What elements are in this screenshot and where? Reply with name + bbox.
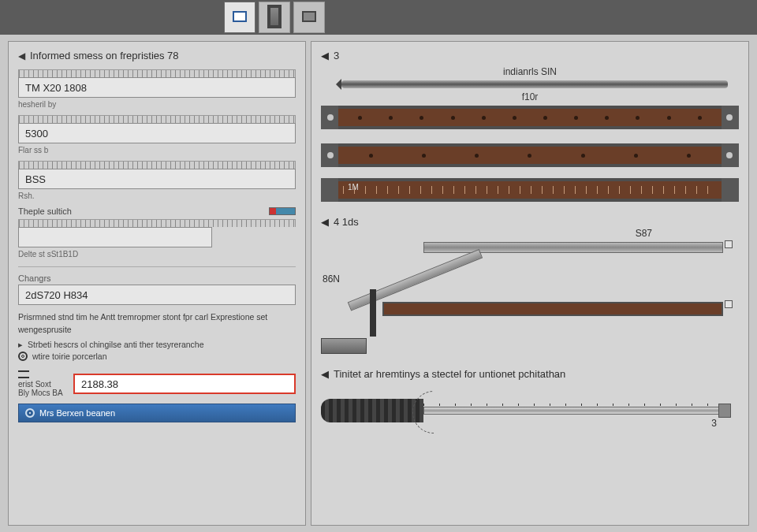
section-3-label: 4 1ds (334, 216, 359, 228)
field-group-2: Flar ss b (18, 115, 296, 154)
end-marker[interactable] (725, 300, 733, 308)
probe-view: 3 (321, 380, 739, 435)
input-5300[interactable] (18, 123, 296, 143)
sort-label-2: Bly Mocs BA (18, 389, 69, 397)
sort-icon[interactable] (18, 370, 29, 378)
dimension-view: S87 86N (321, 228, 739, 354)
end-marker[interactable] (725, 240, 733, 248)
preview-section-2: 1M (321, 143, 739, 202)
divider (18, 266, 296, 267)
tick-strip (18, 69, 296, 77)
toggle-label: Mrs Berxen beanen (39, 408, 115, 418)
base-block (321, 338, 367, 354)
preview-section-4: ◀ Tinitet ar hremtinys a stectel for unt… (321, 368, 739, 435)
probe-scale (423, 404, 720, 406)
changes-label: Changrs (18, 273, 296, 283)
vertical-handle[interactable] (370, 289, 376, 337)
collapse-icon[interactable]: ◀ (321, 50, 329, 61)
ruler-small[interactable] (382, 302, 723, 316)
panel-title: Informed smess on frepristies 78 (30, 50, 179, 61)
preview-section-1: ◀ 3 indianrls SIN f10r (321, 50, 739, 129)
note-1: Prisrmned stnd tim he Antt tremropmer st… (18, 311, 296, 322)
field4-label: Theple sultich (18, 206, 72, 216)
input-bss[interactable] (18, 169, 296, 189)
bullet-row-2: wtire toirie porcerlan (18, 352, 296, 361)
scale-label: f10r (321, 91, 739, 102)
sublabel-4: Delte st sSt1B1D (18, 250, 296, 259)
sort-label-1: erist Soxt (18, 380, 69, 389)
field-group-5 (18, 285, 296, 305)
collapse-icon[interactable]: ◀ (321, 216, 329, 228)
preview-section-3: ◀ 4 1ds S87 86N (321, 216, 739, 354)
dim-top: S87 (636, 228, 652, 239)
top-toolbar (0, 0, 757, 35)
ruler-3[interactable]: 1M (321, 178, 739, 202)
tick-strip (18, 161, 296, 169)
section-1-number: 3 (334, 50, 339, 61)
collapse-icon[interactable]: ◀ (18, 50, 25, 61)
field-group-1: hesheril by (18, 69, 296, 109)
window-icon (233, 11, 247, 22)
note-1b: wengesprusite (18, 324, 296, 335)
radio-icon (25, 408, 35, 418)
tick-strip (18, 115, 296, 123)
panel-header: ◀ Informed smess on frepristies 78 (18, 50, 296, 61)
tool-button-window[interactable] (224, 2, 255, 33)
probe-num: 3 (711, 418, 717, 429)
tool-button-ruler[interactable] (259, 2, 290, 33)
sublabel-3: Rsh. (18, 192, 296, 200)
section-3-head: ◀ 4 1ds (321, 216, 739, 228)
section-1-head: ◀ 3 (321, 50, 739, 61)
preview-panel: ◀ 3 indianrls SIN f10r 1 (311, 41, 749, 526)
bullet-text-2: wtire toirie porcerlan (32, 352, 107, 361)
bullet-row-1: ▸ Strbeti hescrs ol chingilse anti ther … (18, 340, 296, 349)
input-theple[interactable] (18, 227, 212, 247)
toggle-bar[interactable]: Mrs Berxen beanen (18, 404, 296, 422)
sublabel-2: Flar ss b (18, 146, 296, 154)
sublabel-1: hesheril by (18, 100, 296, 109)
bullet-icon: ▸ (18, 340, 23, 349)
ruler-2[interactable] (321, 143, 739, 167)
dim-mid: 86N (323, 273, 340, 285)
ruler-mark-label: 1M (348, 183, 359, 192)
toggle-indicator[interactable] (269, 207, 296, 215)
probe-icon (302, 11, 316, 22)
input-highlighted[interactable] (73, 374, 296, 394)
input-tm[interactable] (18, 77, 296, 98)
field-group-4: Theple sultich Delte st sSt1B1D (18, 206, 296, 259)
section-4-head: ◀ Tinitet ar hremtinys a stectel for unt… (321, 368, 739, 380)
sort-labels: erist Soxt Bly Mocs BA (18, 370, 69, 397)
bullet-text-1: Strbeti hescrs ol chingilse anti ther te… (28, 340, 204, 349)
probe-handle[interactable] (321, 399, 423, 422)
properties-panel: ◀ Informed smess on frepristies 78 heshe… (8, 41, 306, 526)
sort-row: erist Soxt Bly Mocs BA (18, 370, 296, 397)
probe-shaft (423, 407, 720, 415)
dim-bar-top (423, 242, 723, 253)
probe-tip[interactable] (718, 404, 731, 418)
rod-graphic (341, 80, 728, 88)
ruler-1[interactable] (321, 106, 739, 129)
tool-button-probe[interactable] (293, 2, 325, 33)
ruler-icon (267, 5, 282, 28)
field-group-3: Rsh. (18, 161, 296, 200)
section-4-label: Tinitet ar hremtinys a stectel for untio… (334, 368, 565, 380)
collapse-icon[interactable]: ◀ (321, 368, 329, 380)
tick-strip (18, 219, 296, 227)
rod-label: indianrls SIN (321, 66, 739, 77)
target-icon (18, 352, 28, 361)
input-changes[interactable] (18, 285, 296, 305)
